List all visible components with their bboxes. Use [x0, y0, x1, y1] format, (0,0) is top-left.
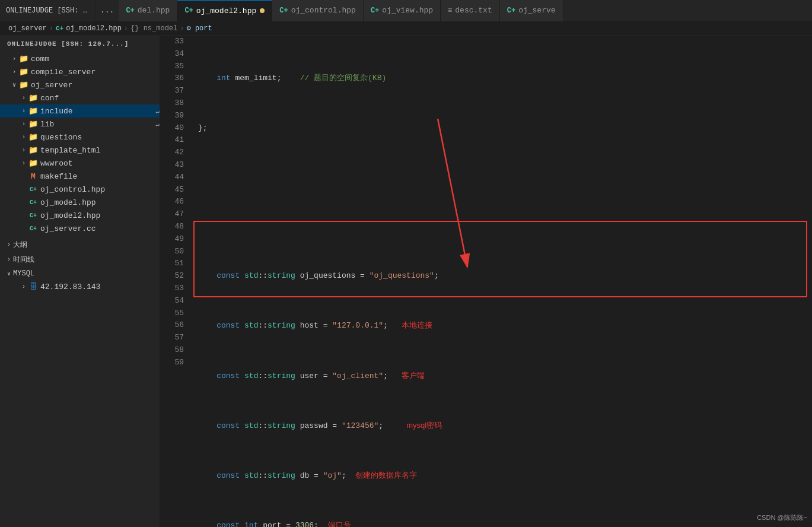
- sidebar-item-makefile[interactable]: M makefile: [0, 170, 160, 183]
- sidebar-item-comm[interactable]: › 📁 comm: [0, 52, 160, 65]
- folder-icon: 📁: [28, 93, 38, 103]
- cpp-file-icon: C+: [28, 226, 38, 232]
- tab-oj-model2[interactable]: C+ oj_model2.hpp: [177, 0, 272, 21]
- section-label-text: 大纲: [13, 240, 27, 250]
- collapse-arrow: ∨: [9, 81, 19, 88]
- collapse-arrow: ›: [19, 160, 28, 167]
- breadcrumb-icon: C+: [56, 25, 63, 32]
- cpp-icon: C+: [371, 7, 379, 15]
- tree-label: oj_server.cc: [40, 224, 160, 233]
- sidebar-tab[interactable]: ONLINEJUDGE [SSH: 120.7...]: [0, 0, 95, 21]
- tree-label: oj_model.hpp: [40, 198, 160, 207]
- collapse-arrow: ›: [19, 108, 28, 115]
- section-timeline[interactable]: › 时间线: [0, 252, 160, 267]
- tree-label: template_html: [40, 146, 160, 155]
- watermark: CSDN @陈陈陈~: [757, 513, 807, 522]
- tree-label: oj_server: [31, 81, 160, 90]
- sidebar-item-lib[interactable]: › 📁 lib ↵: [0, 118, 160, 131]
- sidebar-item-oj-server-cc[interactable]: C+ oj_server.cc: [0, 222, 160, 235]
- sidebar: ONLINEJUDGE [SSH: 120.7...] › 📁 comm › 📁…: [0, 36, 160, 527]
- tree-label: comm: [31, 55, 160, 64]
- tab-dots: ...: [100, 6, 114, 15]
- folder-icon: 📁: [19, 54, 28, 64]
- code-content: int mem_limit; // 题目的空间复杂(KB) }; const s…: [189, 36, 812, 527]
- main-layout: ONLINEJUDGE [SSH: 120.7...] › 📁 comm › 📁…: [0, 36, 812, 527]
- sidebar-item-oj-model2-hpp[interactable]: C+ oj_model2.hpp: [0, 209, 160, 222]
- folder-icon: 📁: [19, 80, 28, 90]
- section-label-text: 时间线: [13, 255, 34, 265]
- makefile-icon: M: [28, 172, 38, 181]
- tree-label: questions: [40, 133, 160, 142]
- folder-icon: 📁: [28, 145, 38, 155]
- tab-oj-control[interactable]: C+ oj_control.hpp: [272, 0, 364, 21]
- section-label-text: MYSQL: [13, 269, 34, 278]
- sidebar-item-oj-server[interactable]: ∨ 📁 oj_server: [0, 78, 160, 91]
- sidebar-item-template-html[interactable]: › 📁 template_html: [0, 144, 160, 157]
- cpp-icon: C+: [507, 7, 515, 15]
- cpp-icon: C+: [279, 7, 288, 15]
- collapse-arrow: ›: [19, 95, 28, 101]
- code-line-39: const std::string passwd = "123456"; mys…: [198, 420, 803, 433]
- breadcrumb: oj_server › C+ oj_model2.hpp › {} ns_mod…: [0, 21, 812, 36]
- line-numbers: 33 34 35 36 37 38 39 40 41 42 43 44 45 4…: [160, 36, 189, 527]
- folder-icon: 📁: [28, 119, 38, 129]
- breadcrumb-part[interactable]: oj_model2.hpp: [66, 24, 122, 33]
- tree-label: 42.192.83.143: [40, 282, 160, 291]
- sidebar-item-compile-server[interactable]: › 📁 compile_server: [0, 65, 160, 78]
- tab-label: desc.txt: [455, 6, 492, 15]
- section-arrow: ›: [7, 242, 11, 248]
- code-line-41: const int port = 3306; 端口号: [198, 519, 803, 527]
- sidebar-item-oj-model-hpp[interactable]: C+ oj_model.hpp: [0, 196, 160, 209]
- tab-oj-view[interactable]: C+ oj_view.hpp: [364, 0, 441, 21]
- tab-desc[interactable]: ≡ desc.txt: [441, 0, 500, 21]
- sidebar-tab-label: ONLINEJUDGE [SSH: 120.7...]: [6, 7, 89, 15]
- folder-icon: 📁: [28, 158, 38, 168]
- code-line-33: int mem_limit; // 题目的空间复杂(KB): [198, 72, 803, 85]
- folder-icon: 📁: [28, 106, 38, 116]
- cpp-file-icon: C+: [28, 186, 38, 193]
- sidebar-item-include[interactable]: › 📁 include ↵: [0, 104, 160, 118]
- breadcrumb-part[interactable]: {} ns_model: [130, 24, 177, 33]
- tab-label: oj_view.hpp: [382, 6, 433, 15]
- collapse-arrow: ›: [9, 56, 19, 62]
- sidebar-item-oj-control-hpp[interactable]: C+ oj_control.hpp: [0, 183, 160, 196]
- folder-icon: 📁: [19, 67, 28, 77]
- code-area[interactable]: 33 34 35 36 37 38 39 40 41 42 43 44 45 4…: [160, 36, 812, 527]
- db-icon: 🗄: [28, 282, 38, 291]
- tab-bar: ONLINEJUDGE [SSH: 120.7...] ... C+ del.h…: [0, 0, 812, 21]
- sidebar-item-questions[interactable]: › 📁 questions: [0, 131, 160, 144]
- tab-label: oj_model2.hpp: [196, 7, 256, 15]
- tree-label: compile_server: [31, 68, 160, 77]
- tree-label: lib: [40, 120, 153, 129]
- sidebar-item-db[interactable]: › 🗄 42.192.83.143: [0, 280, 160, 293]
- breadcrumb-sep: ›: [180, 24, 184, 33]
- tree-badge: ↵: [155, 107, 160, 115]
- breadcrumb-part[interactable]: ⚙ port: [186, 24, 212, 33]
- code-line-34: };: [198, 122, 803, 135]
- code-line-37: const std::string host = "127.0.0.1"; 本地…: [198, 319, 803, 332]
- breadcrumb-sep: ›: [124, 24, 128, 33]
- breadcrumb-sep: ›: [49, 24, 53, 33]
- tree-label: conf: [40, 94, 160, 103]
- breadcrumb-part[interactable]: oj_server: [8, 24, 47, 33]
- folder-icon: 📁: [28, 132, 38, 142]
- section-arrow: ∨: [7, 270, 11, 277]
- cpp-file-icon: C+: [28, 199, 38, 206]
- cpp-file-icon: C+: [28, 212, 38, 219]
- sidebar-item-wwwroot[interactable]: › 📁 wwwroot: [0, 157, 160, 170]
- cpp-icon: C+: [184, 7, 193, 15]
- tab-del-hpp[interactable]: C+ del.hpp: [119, 0, 177, 21]
- code-line-36: const std::string oj_questions = "oj_que…: [198, 270, 803, 282]
- collapse-arrow: ›: [19, 134, 28, 141]
- tree-label: wwwroot: [40, 159, 160, 168]
- tab-label: del.hpp: [138, 6, 170, 15]
- section-mysql[interactable]: ∨ MYSQL: [0, 267, 160, 280]
- code-line-38: const std::string user = "oj_client"; 客户…: [198, 370, 803, 383]
- sidebar-item-conf[interactable]: › 📁 conf: [0, 91, 160, 104]
- section-outline[interactable]: › 大纲: [0, 237, 160, 252]
- section-arrow: ›: [7, 256, 11, 263]
- tab-oj-server[interactable]: C+ oj_serve: [500, 0, 563, 21]
- sidebar-header: ONLINEJUDGE [SSH: 120.7...]: [0, 36, 160, 52]
- tab-label: oj_serve: [518, 6, 555, 15]
- txt-icon: ≡: [448, 7, 452, 15]
